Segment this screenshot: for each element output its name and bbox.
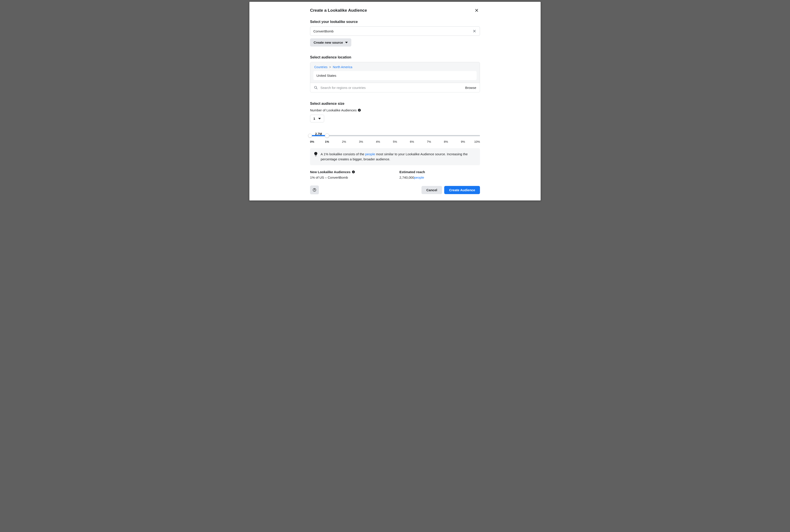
info-icon[interactable]: i bbox=[352, 171, 355, 173]
slider-tick: 7% bbox=[420, 140, 438, 144]
create-new-source-label: Create new source bbox=[314, 41, 343, 44]
breadcrumb-separator: > bbox=[329, 65, 331, 69]
browse-link[interactable]: Browse bbox=[465, 86, 476, 90]
new-audiences-heading-row: New Lookalike Audiences i bbox=[310, 170, 391, 174]
caret-down-icon bbox=[318, 117, 321, 120]
new-audiences-col: New Lookalike Audiences i 1% of US – Con… bbox=[310, 170, 391, 179]
modal-content: Create a Lookalike Audience Select your … bbox=[310, 7, 480, 194]
create-audience-button[interactable]: Create Audience bbox=[444, 186, 480, 194]
info-banner-text: A 1% lookalike consists of the people mo… bbox=[321, 152, 476, 162]
slider-tick: 2% bbox=[336, 140, 353, 144]
estimated-reach-col: Estimated reach 2,740,000people bbox=[399, 170, 480, 179]
source-input[interactable]: ConvertBomb bbox=[310, 26, 480, 36]
slider-thumb-end[interactable] bbox=[325, 133, 329, 138]
help-icon bbox=[313, 188, 317, 192]
location-breadcrumb: Countries > North America bbox=[313, 65, 477, 69]
reach-people-link[interactable]: people bbox=[414, 175, 424, 179]
slider-ticks: 0%1%2%3%4%5%6%7%8%9%10% bbox=[310, 140, 480, 144]
slider-tick: 3% bbox=[353, 140, 370, 144]
source-heading: Select your lookalike source bbox=[310, 20, 480, 24]
caret-down-icon bbox=[345, 41, 348, 44]
info-banner: A 1% lookalike consists of the people mo… bbox=[310, 148, 480, 165]
slider-track bbox=[310, 135, 480, 136]
slider-track-wrap bbox=[310, 133, 480, 138]
slider-tick: 6% bbox=[403, 140, 420, 144]
info-people-link[interactable]: people bbox=[365, 152, 375, 156]
clear-source-button[interactable] bbox=[472, 29, 477, 33]
location-search-input[interactable] bbox=[320, 86, 463, 90]
modal-title: Create a Lookalike Audience bbox=[310, 8, 367, 13]
slider-tick: 0% bbox=[310, 140, 319, 144]
slider-thumb-start[interactable] bbox=[308, 134, 312, 138]
estimated-reach-heading: Estimated reach bbox=[399, 170, 480, 174]
slider-tick: 9% bbox=[455, 140, 472, 144]
create-new-source-button[interactable]: Create new source bbox=[310, 38, 351, 46]
breadcrumb-region[interactable]: North America bbox=[333, 65, 352, 69]
search-icon bbox=[314, 86, 318, 90]
slider-tick: 1% bbox=[319, 140, 336, 144]
breadcrumb-root[interactable]: Countries bbox=[314, 65, 327, 69]
modal-header: Create a Lookalike Audience bbox=[310, 7, 480, 14]
new-audiences-value: 1% of US – ConvertBomb bbox=[310, 175, 391, 179]
slider-tick: 8% bbox=[438, 140, 455, 144]
location-heading: Select audience location bbox=[310, 55, 480, 59]
audience-count-value: 1 bbox=[313, 117, 315, 120]
reach-number: 2,740,000 bbox=[399, 175, 414, 179]
footer-row: Cancel Create Audience bbox=[310, 186, 480, 194]
close-button[interactable] bbox=[473, 7, 480, 14]
help-button[interactable] bbox=[310, 186, 319, 194]
summary-row: New Lookalike Audiences i 1% of US – Con… bbox=[310, 170, 480, 179]
slider-fill bbox=[310, 135, 327, 136]
slider-tick: 10% bbox=[472, 140, 480, 144]
audience-size-slider[interactable]: 2.7M 0%1%2%3%4%5%6%7%8%9%10% bbox=[310, 133, 480, 144]
source-value: ConvertBomb bbox=[313, 29, 334, 33]
info-text-1: A 1% lookalike consists of the bbox=[321, 152, 365, 156]
info-icon[interactable]: i bbox=[358, 109, 361, 112]
location-selected-chip[interactable]: United States bbox=[313, 71, 477, 80]
count-label: Number of Lookalike Audiences bbox=[310, 108, 357, 112]
size-heading: Select audience size bbox=[310, 102, 480, 106]
location-box: Countries > North America United States … bbox=[310, 62, 480, 92]
close-icon bbox=[473, 29, 476, 33]
cancel-button[interactable]: Cancel bbox=[421, 186, 442, 194]
location-search-row: Browse bbox=[310, 83, 480, 92]
modal-window: Create a Lookalike Audience Select your … bbox=[249, 2, 541, 201]
audience-count-select[interactable]: 1 bbox=[310, 115, 324, 122]
svg-line-5 bbox=[317, 88, 317, 89]
location-selected-label: United States bbox=[317, 74, 336, 77]
lightbulb-icon bbox=[314, 152, 318, 156]
close-icon bbox=[475, 8, 478, 12]
count-label-row: Number of Lookalike Audiences i bbox=[310, 108, 480, 112]
footer-actions: Cancel Create Audience bbox=[421, 186, 480, 194]
new-audiences-heading: New Lookalike Audiences bbox=[310, 170, 351, 174]
slider-tick: 4% bbox=[370, 140, 387, 144]
slider-tick: 5% bbox=[387, 140, 403, 144]
estimated-reach-value: 2,740,000people bbox=[399, 175, 480, 179]
location-top: Countries > North America United States bbox=[310, 62, 480, 83]
